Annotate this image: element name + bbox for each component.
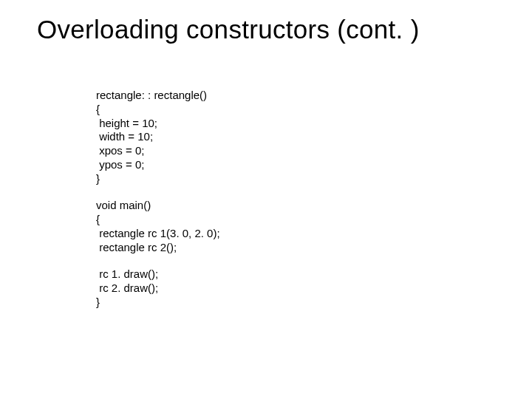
code-block-main-end: rc 1. draw(); rc 2. draw(); } <box>96 267 502 309</box>
slide-title: Overloading constructors (cont. ) <box>37 15 502 44</box>
slide: Overloading constructors (cont. ) rectan… <box>0 0 532 399</box>
code-block-main-start: void main() { rectangle rc 1(3. 0, 2. 0)… <box>96 199 502 254</box>
code-block-constructor: rectangle: : rectangle() { height = 10; … <box>96 89 502 185</box>
code-area: rectangle: : rectangle() { height = 10; … <box>96 89 502 310</box>
